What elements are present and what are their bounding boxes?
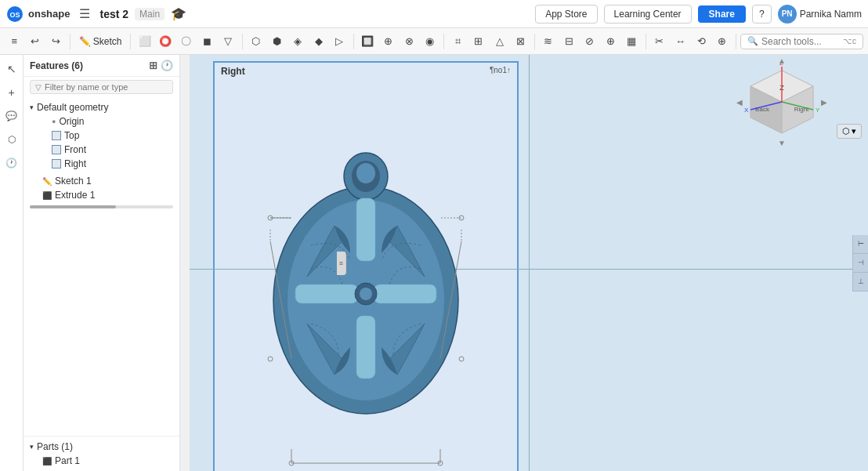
toolbar-icon-20[interactable]: ⊟	[559, 31, 579, 53]
sidebar-item-origin[interactable]: ● Origin	[24, 114, 179, 129]
toolbar-icon-10[interactable]: ▷	[330, 31, 349, 53]
hamburger-button[interactable]: ☰	[76, 5, 93, 23]
sidebar-history-icon[interactable]: 🕐	[161, 60, 173, 71]
nav-cube-up-arrow[interactable]: ▲	[778, 56, 786, 65]
cursor-tool-button[interactable]: ↖	[2, 60, 21, 78]
view-selector-button[interactable]: ⬡ ▾	[837, 124, 862, 139]
toolbar-icon-1[interactable]: ⬜	[135, 31, 154, 53]
toolbar-icon-16[interactable]: ⊞	[469, 31, 489, 53]
geometry-button[interactable]: ⬡	[2, 130, 21, 149]
front-label: Front	[64, 144, 86, 155]
toolbar-icon-6[interactable]: ⬡	[246, 31, 266, 53]
sidebar-scrollbar-thumb[interactable]	[30, 205, 116, 208]
comment-button[interactable]: 💬	[2, 107, 21, 125]
cube-icon: ⬡	[842, 126, 850, 136]
svg-point-6	[356, 163, 375, 183]
history-button[interactable]: 🕐	[2, 154, 21, 172]
parts-toggle[interactable]: ▾ Parts (1)	[24, 440, 179, 454]
redo-button[interactable]: ↪	[46, 31, 66, 53]
model-container	[213, 61, 519, 471]
sidebar-item-extrude1[interactable]: ⬛ Extrude 1	[24, 188, 179, 202]
svg-rect-9	[295, 284, 358, 303]
svg-point-12	[360, 288, 372, 300]
plane-icon-right	[52, 159, 61, 168]
sidebar-add-icon[interactable]: ⊞	[149, 60, 157, 71]
toolbar-icon-8[interactable]: ◈	[288, 31, 308, 53]
sidebar-collapse-handle[interactable]: ≡	[337, 252, 346, 275]
toolbar-icon-13[interactable]: ⊗	[400, 31, 419, 53]
constraint-btn-2[interactable]: ⊣	[853, 254, 868, 273]
sidebar-header: Features (6) ⊞ 🕐	[24, 55, 179, 77]
svg-point-26	[459, 357, 464, 361]
toolbar-icon-9[interactable]: ◆	[309, 31, 328, 53]
plane-icon-top	[52, 131, 61, 140]
toolbar-icon-5[interactable]: ▽	[219, 31, 238, 53]
sidebar-item-top[interactable]: Top	[24, 129, 179, 143]
sidebar-item-front[interactable]: Front	[24, 143, 179, 157]
nav-cube-left-arrow[interactable]: ◀	[736, 98, 743, 107]
sidebar-scrollbar-track	[30, 205, 173, 208]
sketch-icon-tree: ✏️	[42, 177, 52, 186]
toolbar-icon-14[interactable]: ◉	[420, 31, 439, 53]
tree-section-geometry: ▾ Default geometry ● Origin Top Front Ri…	[24, 97, 179, 174]
toolbar-icon-24[interactable]: ✂	[649, 31, 669, 53]
constraint-btn-3[interactable]: ⊥	[853, 273, 868, 292]
right-panel-tools: ⊢ ⊣ ⊥	[852, 235, 868, 292]
sidebar-item-part1[interactable]: ⬛ Part 1	[24, 454, 179, 468]
sidebar-item-sketch1[interactable]: ✏️ Sketch 1	[24, 174, 179, 188]
toolbar-separator-7	[646, 34, 646, 49]
search-icon: 🔍	[747, 36, 758, 46]
dropdown-icon: ▾	[852, 126, 856, 136]
nav-cube-down-arrow[interactable]: ▼	[778, 139, 786, 147]
toolbar-menu-button[interactable]: ≡	[5, 31, 24, 53]
features-title: Features (6)	[30, 60, 83, 71]
doc-title: test 2	[99, 8, 128, 20]
svg-point-24	[268, 357, 273, 361]
sketch-button[interactable]: ✏️ Sketch	[74, 34, 127, 49]
toolbar-icon-7[interactable]: ⬢	[267, 31, 287, 53]
toolbar-icon-2[interactable]: ⭕	[156, 31, 175, 53]
toolbar-icon-19[interactable]: ≋	[538, 31, 558, 53]
user-name: Parnika Namm	[800, 9, 862, 20]
toolbar-icon-26[interactable]: ⟲	[692, 31, 711, 53]
filter-input[interactable]	[45, 82, 168, 92]
search-tools-input[interactable]	[761, 36, 840, 47]
toolbar-icon-23[interactable]: ▦	[622, 31, 642, 53]
app-store-button[interactable]: App Store	[535, 5, 597, 24]
sidebar-scrollbar-area	[30, 205, 173, 208]
extrude-icon: ⬛	[42, 191, 52, 200]
toolbar-icon-18[interactable]: ⊠	[511, 31, 530, 53]
toolbar-separator-8	[736, 34, 736, 49]
constraint-btn-1[interactable]: ⊢	[853, 235, 868, 254]
toolbar-separator-5	[443, 34, 444, 49]
toolbar-separator-3	[242, 34, 243, 49]
left-icon-bar: ↖ + 💬 ⬡ 🕐	[0, 55, 24, 471]
share-button[interactable]: Share	[698, 5, 746, 23]
undo-button[interactable]: ↩	[26, 31, 45, 53]
default-geometry-toggle[interactable]: ▾ Default geometry	[24, 100, 179, 114]
filter-box: ▽	[30, 80, 173, 94]
origin-label: Origin	[59, 116, 84, 127]
parts-toggle-arrow: ▾	[30, 443, 34, 451]
learning-center-button[interactable]: Learning Center	[604, 5, 692, 24]
help-button[interactable]: ?	[752, 5, 772, 24]
insert-button[interactable]: +	[2, 83, 21, 102]
nav-cube-right-arrow[interactable]: ▶	[821, 98, 827, 107]
toolbar-icon-4[interactable]: ◼	[197, 31, 217, 53]
sidebar-item-right[interactable]: Right	[24, 157, 179, 171]
search-tools-area: 🔍 ⌥c	[740, 34, 863, 49]
toolbar-icon-21[interactable]: ⊘	[580, 31, 600, 53]
viewport[interactable]: Right ¶no1↑	[190, 55, 868, 471]
toolbar-icon-3[interactable]: 〇	[177, 31, 197, 53]
toolbar-icon-27[interactable]: ⊕	[712, 31, 732, 53]
svg-rect-10	[374, 284, 436, 303]
toolbar-icon-15[interactable]: ⌗	[448, 31, 468, 53]
toolbar-icon-11[interactable]: 🔲	[358, 31, 378, 53]
toolbar-icon-12[interactable]: ⊕	[378, 31, 398, 53]
toolbar-icon-17[interactable]: △	[490, 31, 509, 53]
user-menu[interactable]: PN Parnika Namm	[778, 5, 862, 24]
toolbar-icon-22[interactable]: ⊕	[601, 31, 620, 53]
svg-rect-7	[356, 198, 375, 261]
toolbar-icon-25[interactable]: ↔	[671, 31, 690, 53]
nav-cube-container[interactable]: Z Right Back Y Z X ▲ ▼ ◀ ▶	[743, 63, 821, 141]
